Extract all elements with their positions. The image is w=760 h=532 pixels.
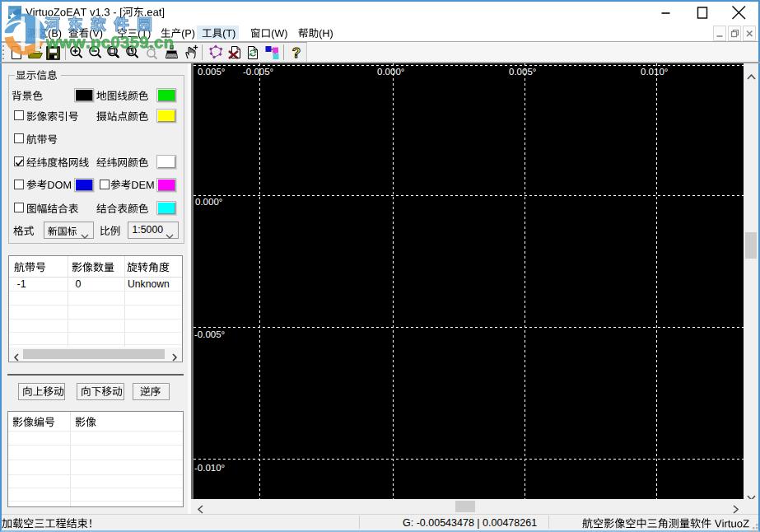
svg-text:?: ? [292,45,301,61]
